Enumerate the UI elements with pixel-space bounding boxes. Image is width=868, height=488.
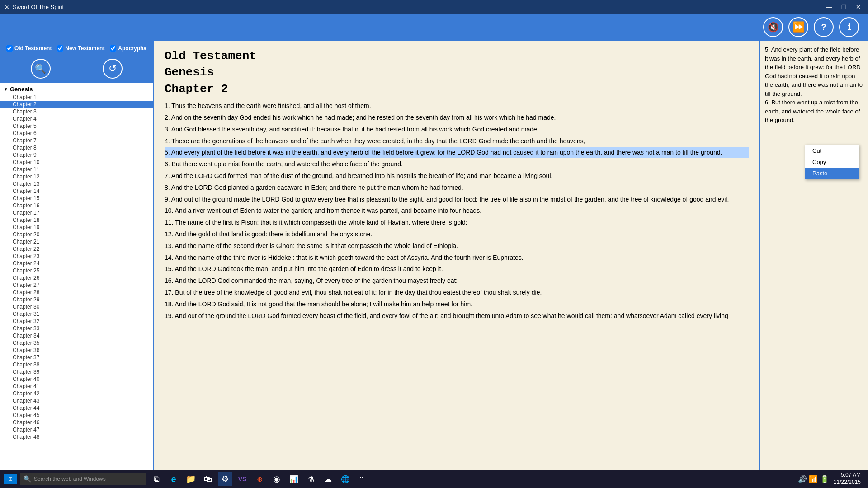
- title-bar-left: ⚔ Sword Of The Spirit: [4, 3, 64, 11]
- tree-chapter-36[interactable]: Chapter 36: [0, 347, 153, 354]
- settings-icon[interactable]: ⚙: [218, 472, 232, 486]
- restore-button[interactable]: ❐: [838, 3, 850, 11]
- content-chapter: Chapter 2: [165, 81, 749, 97]
- new-testament-checkbox-label[interactable]: New Testament: [57, 45, 104, 52]
- mute-icon[interactable]: 🔇: [763, 17, 783, 37]
- tree-chapter-16[interactable]: Chapter 16: [0, 202, 153, 209]
- old-testament-checkbox[interactable]: [6, 45, 13, 52]
- tree-chapter-41[interactable]: Chapter 41: [0, 383, 153, 390]
- paste-menu-item[interactable]: Paste: [805, 168, 859, 179]
- ms-icon[interactable]: ⊕: [252, 472, 267, 486]
- tree-chapter-42[interactable]: Chapter 42: [0, 390, 153, 397]
- tree-chapter-3[interactable]: Chapter 3: [0, 108, 153, 115]
- tree-chapter-34[interactable]: Chapter 34: [0, 332, 153, 339]
- verse-18: 18. And the LORD God said, It is not goo…: [165, 299, 749, 310]
- tree-chapter-22[interactable]: Chapter 22: [0, 245, 153, 253]
- app-icon5[interactable]: 🗂: [355, 472, 370, 486]
- vs-icon[interactable]: VS: [235, 472, 250, 486]
- tree-chapter-20[interactable]: Chapter 20: [0, 231, 153, 238]
- verse-17: 17. But of the tree of the knowledge of …: [165, 287, 749, 298]
- app-icon2[interactable]: ⚗: [304, 472, 318, 486]
- clock-date: 11/22/2015: [834, 479, 861, 486]
- old-testament-checkbox-label[interactable]: Old Testament: [6, 45, 52, 52]
- file-explorer-icon[interactable]: 📁: [184, 472, 198, 486]
- tree-chapter-27[interactable]: Chapter 27: [0, 282, 153, 289]
- app-icon4[interactable]: 🌐: [338, 472, 353, 486]
- tree-chapter-12[interactable]: Chapter 12: [0, 173, 153, 180]
- tree-chapter-28[interactable]: Chapter 28: [0, 289, 153, 296]
- tree-chapter-43[interactable]: Chapter 43: [0, 397, 153, 404]
- start-button[interactable]: ⊞: [4, 474, 17, 484]
- tree-chapter-8[interactable]: Chapter 8: [0, 144, 153, 151]
- tree-chapter-21[interactable]: Chapter 21: [0, 238, 153, 245]
- content-header: Old Testament Genesis Chapter 2: [165, 48, 749, 97]
- cut-menu-item[interactable]: Cut: [805, 145, 859, 156]
- tree-chapter-30[interactable]: Chapter 30: [0, 303, 153, 310]
- clock-time: 5:07 AM: [834, 472, 861, 479]
- tree-chapter-44[interactable]: Chapter 44: [0, 404, 153, 412]
- info-icon[interactable]: ℹ: [839, 17, 859, 37]
- tree-chapter-6[interactable]: Chapter 6: [0, 130, 153, 137]
- content-area[interactable]: Old Testament Genesis Chapter 2 1. Thus …: [154, 41, 760, 470]
- tree-chapter-19[interactable]: Chapter 19: [0, 224, 153, 231]
- tree-chapter-48[interactable]: Chapter 48: [0, 433, 153, 441]
- tree-chapter-33[interactable]: Chapter 33: [0, 325, 153, 332]
- tree-chapter-5[interactable]: Chapter 5: [0, 122, 153, 130]
- tree-chapter-35[interactable]: Chapter 35: [0, 339, 153, 347]
- chart-icon[interactable]: 📊: [287, 472, 301, 486]
- tree-area[interactable]: ▼ Genesis Chapter 1Chapter 2Chapter 3Cha…: [0, 83, 153, 470]
- book-genesis[interactable]: ▼ Genesis: [0, 85, 153, 94]
- tree-chapter-18[interactable]: Chapter 18: [0, 216, 153, 224]
- tree-chapter-26[interactable]: Chapter 26: [0, 274, 153, 282]
- tree-chapter-14[interactable]: Chapter 14: [0, 188, 153, 195]
- verse-1: 1. Thus the heavens and the earth were f…: [165, 101, 749, 112]
- tree-chapter-45[interactable]: Chapter 45: [0, 412, 153, 419]
- tree-chapter-13[interactable]: Chapter 13: [0, 180, 153, 188]
- tree-chapter-24[interactable]: Chapter 24: [0, 260, 153, 267]
- right-panel: 5. And every plant of the field before i…: [760, 41, 868, 470]
- new-testament-label: New Testament: [65, 45, 104, 52]
- verse-15: 15. And the LORD God took the man, and p…: [165, 264, 749, 275]
- tree-chapter-17[interactable]: Chapter 17: [0, 209, 153, 216]
- new-testament-checkbox[interactable]: [57, 45, 63, 52]
- copy-menu-item[interactable]: Copy: [805, 156, 859, 168]
- tree-chapter-37[interactable]: Chapter 37: [0, 354, 153, 361]
- store-icon[interactable]: 🛍: [201, 472, 215, 486]
- taskbar-search[interactable]: 🔍 Search the web and Windows: [20, 473, 146, 485]
- minimize-button[interactable]: —: [823, 3, 836, 11]
- help-icon[interactable]: ?: [814, 17, 834, 37]
- tree-chapter-40[interactable]: Chapter 40: [0, 375, 153, 383]
- chrome-icon[interactable]: ◉: [269, 472, 284, 486]
- app-icon3[interactable]: ☁: [321, 472, 335, 486]
- tree-chapter-4[interactable]: Chapter 4: [0, 115, 153, 122]
- tree-chapter-1[interactable]: Chapter 1: [0, 94, 153, 101]
- tree-chapter-29[interactable]: Chapter 29: [0, 296, 153, 303]
- tree-chapter-47[interactable]: Chapter 47: [0, 426, 153, 433]
- tree-chapter-46[interactable]: Chapter 46: [0, 419, 153, 426]
- edge-icon[interactable]: e: [166, 472, 181, 486]
- refresh-icon[interactable]: ⏩: [788, 17, 808, 37]
- search-button[interactable]: 🔍: [31, 59, 51, 79]
- tree-chapter-32[interactable]: Chapter 32: [0, 318, 153, 325]
- apocrypha-checkbox[interactable]: [110, 45, 116, 52]
- close-button[interactable]: ✕: [852, 3, 864, 11]
- tree-chapter-10[interactable]: Chapter 10: [0, 159, 153, 166]
- tree-chapter-11[interactable]: Chapter 11: [0, 166, 153, 173]
- tree-chapter-2[interactable]: Chapter 2: [0, 101, 153, 108]
- app-title: Sword Of The Spirit: [13, 4, 64, 10]
- history-button[interactable]: ↺: [103, 59, 123, 79]
- tree-chapter-9[interactable]: Chapter 9: [0, 151, 153, 159]
- tree-chapter-39[interactable]: Chapter 39: [0, 368, 153, 375]
- tree-chapter-38[interactable]: Chapter 38: [0, 361, 153, 368]
- apocrypha-checkbox-label[interactable]: Apocrypha: [110, 45, 146, 52]
- tree-chapter-23[interactable]: Chapter 23: [0, 253, 153, 260]
- tree-chapter-7[interactable]: Chapter 7: [0, 137, 153, 144]
- tree-chapter-25[interactable]: Chapter 25: [0, 267, 153, 274]
- task-view-icon[interactable]: ⧉: [149, 472, 164, 486]
- taskbar-clock: 5:07 AM 11/22/2015: [834, 472, 861, 486]
- taskbar: ⊞ 🔍 Search the web and Windows ⧉ e 📁 🛍 ⚙…: [0, 470, 868, 488]
- tree-chapter-31[interactable]: Chapter 31: [0, 310, 153, 318]
- verse-5: 5. And every plant of the field before i…: [165, 147, 749, 158]
- tree-chapter-15[interactable]: Chapter 15: [0, 195, 153, 202]
- verse-12: 12. And the gold of that land is good: t…: [165, 229, 749, 240]
